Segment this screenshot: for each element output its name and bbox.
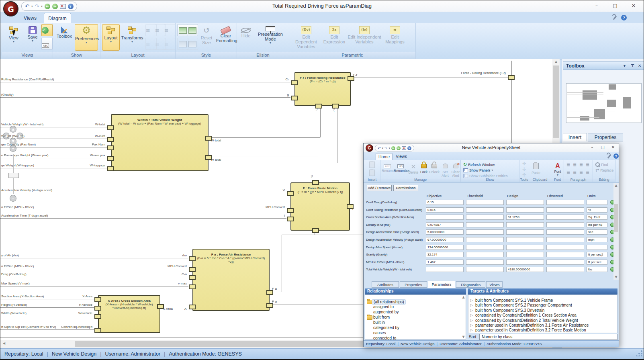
forward-icon[interactable]: → [52,4,58,9]
ps-scrollbar-thumb[interactable] [614,204,618,232]
ps-param-objective-input[interactable] [426,215,464,220]
resize-grip[interactable] [636,350,643,356]
scrollbar-thumb[interactable] [553,65,559,138]
toolbox-header[interactable]: Toolbox▾⊤✕ [563,61,644,70]
ps-param-objective-input[interactable]: 0.074887 [426,222,464,227]
ps-param-threshold-input[interactable] [466,229,504,235]
diagram-edge-port[interactable] [508,75,515,80]
toolbox-preview[interactable] [566,83,642,123]
ps-param-design-input[interactable] [506,200,544,205]
ps-lock-button[interactable]: Lock [419,161,428,178]
ps-show-panels-button[interactable]: Show Panels▾ [463,168,518,173]
block-port[interactable] [266,290,273,295]
block-port[interactable] [205,136,212,141]
relationship-item[interactable]: causes [373,331,386,335]
ps-param-units-input[interactable]: Sq. Feet [587,215,607,220]
toolbox-button[interactable]: Toolbox [55,24,74,51]
redo-dropdown-icon[interactable]: ▾ [41,5,43,8]
ps-param-threshold-input[interactable] [466,245,504,250]
toolbox-menu-icon[interactable]: ▾ [624,62,626,70]
pan-down-button[interactable]: ▼ [10,138,16,145]
wrench-icon[interactable] [612,15,617,20]
ps-close-button[interactable]: ✕ [608,144,618,151]
block-port[interactable] [107,166,114,171]
style-fill-b-button[interactable] [187,24,198,36]
relationship-item[interactable]: built in [373,320,385,325]
block-port[interactable] [287,217,294,221]
maximize-button[interactable]: □ [606,1,624,10]
transforms-button[interactable]: Transforms▼ [121,24,144,51]
relationship-item[interactable]: (all relationships) [372,299,406,305]
ps-param-observed-input[interactable] [546,200,584,205]
relationship-item[interactable]: built from [373,315,390,319]
block-port[interactable] [291,96,298,100]
zoom-slider-handle[interactable] [8,173,19,178]
relationship-item[interactable]: augmented by [373,310,399,314]
pan-up-button[interactable]: ▲ [10,126,16,133]
target-item[interactable]: parameter used in ConstraintDefinition 3… [475,323,589,327]
layout-button[interactable]: Layout▼ [102,24,120,51]
ps-permissions-button[interactable]: Permissions [393,185,418,191]
ps-tab-attributes[interactable]: Attributes [372,281,399,288]
expand-arrow-icon[interactable]: ▷ [470,319,473,322]
ps-param-observed-input[interactable] [546,229,584,235]
ps-param-threshold-input[interactable] [466,207,504,213]
tab-views[interactable]: Views [18,13,42,23]
pan-left-button[interactable]: ◀ [3,133,10,139]
ps-tab-diagnostics[interactable]: Diagnostics [456,281,485,288]
ps-param-threshold-input[interactable] [466,215,504,220]
block-port[interactable] [189,267,196,272]
ps-param-design-input[interactable]: 4180.00000000 [506,267,544,272]
block-port[interactable] [107,145,114,150]
ps-param-objective-input[interactable]: 134.00000000 [426,245,464,250]
ps-param-objective-input[interactable] [426,267,464,272]
ps-param-design-input[interactable] [506,237,544,242]
ps-minimize-button[interactable]: – [587,144,597,151]
ps-param-units-input[interactable]: % [587,207,607,213]
close-button[interactable]: ✕ [624,1,643,10]
relationships-scroll-down[interactable]: ▼ [461,335,466,339]
ps-param-observed-input[interactable] [546,245,584,250]
ps-param-threshold-input[interactable] [466,200,504,205]
expand-arrow-icon[interactable]: ▷ [470,299,473,302]
ps-tab-parameters[interactable]: Parameters [428,281,455,288]
block-port[interactable] [94,328,101,333]
ps-param-design-input[interactable] [506,207,544,213]
scroll-left-arrow[interactable]: ◀ [1,342,7,346]
target-item[interactable]: built from Component SYS.1 Vehicle Frame [475,298,553,303]
target-item[interactable]: constrained by ConstraintDefinition 1 Cr… [475,313,577,317]
preferences-button[interactable]: Preferences▼ [75,24,98,51]
back-icon[interactable]: ← [45,4,50,9]
zoom-in-button[interactable]: + [10,145,16,152]
toolbox-tab-properties[interactable]: Properties [588,133,623,141]
info-icon[interactable]: i [68,4,74,9]
block-port[interactable] [332,104,339,108]
ps-param-observed-input[interactable] [546,267,584,272]
target-item[interactable]: built from Component SYS.2 Passenger Com… [475,303,572,307]
redo-icon[interactable]: ↷ [35,4,39,9]
block-port[interactable] [189,256,196,261]
ps-param-objective-input[interactable]: 0.015 [426,207,464,213]
ps-param-units-input[interactable]: sec [587,229,607,235]
expand-arrow-icon[interactable]: ▷ [470,309,473,312]
save-button[interactable]: Save▼ [25,24,41,51]
block-port[interactable] [157,304,164,309]
ps-param-observed-input[interactable] [546,215,584,220]
block-port[interactable] [94,314,101,319]
ps-param-observed-input[interactable] [546,237,584,242]
constraint-block[interactable]: W-total : Total Vehicle Weight(W-total =… [111,114,209,171]
ps-param-design-input[interactable] [506,252,544,257]
relationship-item[interactable]: connected to [373,336,396,340]
block-port[interactable] [348,76,354,81]
ps-param-observed-input[interactable] [546,252,584,257]
tab-diagram[interactable]: Diagram [44,13,71,24]
clear-formatting-button[interactable]: Clear Formatting [216,24,236,51]
toolbox-tab-insert[interactable]: Insert [563,133,587,141]
ps-param-units-input[interactable]: ft per sec [587,260,607,265]
genesys-logo-icon[interactable]: G [3,1,18,16]
ps-param-objective-input[interactable]: 67.00000000 [426,237,464,242]
constraint-block[interactable]: X-Area : Cross Section Area(X-Area = (H-… [98,295,160,333]
block-port[interactable] [189,284,196,289]
block-port[interactable] [315,104,322,108]
target-item[interactable]: built from Component SYS.3 Drivetrain [475,308,544,313]
